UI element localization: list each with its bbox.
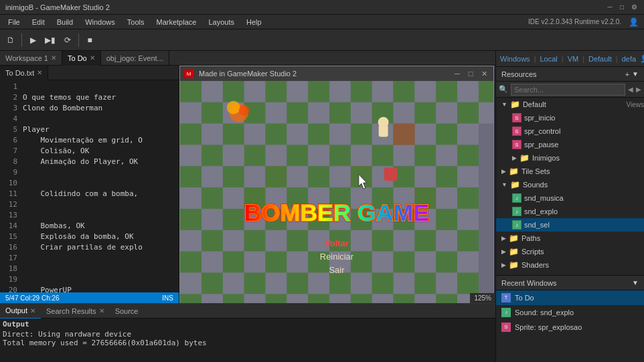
editor-content: 12345 678910 1112131415 1617181920 O que… — [0, 80, 179, 292]
svg-rect-49 — [266, 145, 287, 167]
menu-tools[interactable]: Tools — [122, 17, 150, 27]
recent-item-spr-explosao[interactable]: S Sprite: spr_explosao — [496, 320, 644, 335]
clean-button[interactable]: ⟳ — [60, 32, 76, 48]
search-nav-back[interactable]: ◀ — [628, 86, 633, 93]
vm-link[interactable]: VM — [568, 55, 579, 63]
workspace-tab-todo[interactable]: To Do ✕ — [62, 51, 101, 66]
code-editor: To Do.txt ✕ 12345 678910 1112131415 1617… — [0, 66, 179, 303]
svg-rect-77 — [308, 166, 329, 187]
right-panel: Windows | Local | VM | Default | defa 👤 … — [495, 51, 644, 362]
workspace-tab-1[interactable]: Workspace 1 ✕ — [0, 51, 62, 66]
svg-point-203 — [378, 117, 389, 128]
svg-rect-30 — [479, 102, 493, 124]
svg-rect-33 — [223, 124, 244, 145]
default-link[interactable]: Default — [588, 55, 612, 63]
recent-item-snd-explo[interactable]: ♪ Sound: snd_explo — [496, 305, 644, 320]
output-line-1: Direct: Using nardware device — [3, 330, 493, 339]
tab-search-results[interactable]: Search Results ✕ — [41, 304, 110, 319]
new-button[interactable]: 🗋 — [3, 32, 19, 48]
minimize-icon[interactable]: ─ — [605, 3, 615, 12]
tab-source[interactable]: Source — [110, 304, 144, 319]
svg-rect-72 — [202, 166, 223, 187]
tree-folder-tilesets[interactable]: ▶ 📁 Tile Sets — [496, 165, 644, 178]
svg-rect-112 — [457, 209, 479, 230]
editor-tab-todo[interactable]: To Do.txt ✕ — [0, 66, 48, 80]
local-link[interactable]: Local — [540, 55, 557, 63]
svg-rect-26 — [394, 102, 415, 124]
collapse-icon[interactable]: ▼ — [632, 70, 639, 78]
svg-rect-140 — [457, 252, 479, 273]
output-tab-close[interactable]: ✕ — [30, 307, 35, 314]
tree-item-snd-musica[interactable]: ♪ snd_musica — [496, 191, 644, 205]
settings-icon[interactable]: ⚙ — [629, 3, 639, 12]
tree-item-snd-explo[interactable]: ♪ snd_explo — [496, 205, 644, 218]
svg-rect-6 — [287, 81, 308, 102]
menu-help[interactable]: Help — [241, 17, 267, 27]
tree-folder-paths[interactable]: ▶ 📁 Paths — [496, 232, 644, 245]
svg-rect-46 — [202, 145, 223, 167]
svg-rect-166 — [414, 294, 436, 303]
recent-item-todo[interactable]: T To Do — [496, 290, 644, 305]
menu-file[interactable]: File — [3, 17, 25, 27]
recent-collapse-icon[interactable]: ▼ — [632, 279, 639, 286]
resources-header: Resources + ▼ — [496, 67, 644, 82]
workspace-tab-todo-close[interactable]: ✕ — [90, 54, 95, 62]
svg-rect-124 — [414, 230, 436, 252]
svg-rect-4 — [244, 81, 266, 102]
left-panel: Workspace 1 ✕ To Do ✕ obj_jogo: Event... — [0, 51, 495, 362]
menu-layouts[interactable]: Layouts — [203, 17, 240, 27]
tab-output[interactable]: Output ✕ — [0, 304, 41, 319]
game-canvas: BOMBER GAME BOMBER GAME BOMBER GAME — [180, 81, 493, 303]
tree-folder-sounds[interactable]: ▼ 📁 Sounds — [496, 178, 644, 191]
menu-build[interactable]: Build — [52, 17, 78, 27]
menu-marketplace[interactable]: Marketplace — [151, 17, 202, 27]
tree-folder-scripts[interactable]: ▶ 📁 Scripts — [496, 245, 644, 258]
stop-button[interactable]: ■ — [82, 32, 98, 48]
search-nav-fwd[interactable]: ▶ — [636, 86, 641, 93]
tree-folder-default[interactable]: ▼ 📁 Default Views — [496, 98, 644, 111]
menu-windows[interactable]: Windows — [80, 17, 120, 27]
svg-rect-37 — [308, 124, 329, 145]
svg-rect-50 — [287, 145, 308, 167]
game-window: M Made in GameMaker Studio 2 ─ □ ✕ — [179, 66, 494, 303]
workspace-tab-obj[interactable]: obj_jogo: Event... — [101, 51, 169, 66]
menu-edit[interactable]: Edit — [27, 17, 50, 27]
svg-rect-28 — [436, 102, 457, 124]
defa-link[interactable]: defa — [622, 55, 636, 63]
tree-item-snd-sel[interactable]: ♪ snd_sel — [496, 218, 644, 232]
tree-item-spr-control[interactable]: S spr_control — [496, 124, 644, 138]
svg-rect-17 — [202, 102, 223, 124]
maximize-icon[interactable]: □ — [617, 3, 627, 12]
game-window-titlebar: M Made in GameMaker Studio 2 ─ □ ✕ — [180, 66, 493, 81]
game-restore-icon[interactable]: □ — [465, 68, 476, 79]
plus-icon[interactable]: + — [625, 70, 629, 78]
toolbar: 🗋 ▶ ▶▮ ⟳ ■ — [0, 29, 644, 51]
svg-rect-9 — [351, 81, 372, 102]
editor-tab-close[interactable]: ✕ — [37, 69, 42, 76]
svg-rect-5 — [266, 81, 287, 102]
svg-rect-83 — [436, 166, 457, 187]
svg-rect-38 — [329, 124, 351, 145]
profile-icon[interactable]: 👤 — [640, 54, 644, 63]
game-minimize-icon[interactable]: ─ — [452, 68, 463, 79]
search-input[interactable] — [511, 84, 625, 96]
svg-rect-35 — [266, 124, 287, 145]
svg-rect-84 — [457, 166, 479, 187]
windows-link[interactable]: Windows — [500, 55, 530, 63]
tree-item-spr-inicio[interactable]: S spr_inicio — [496, 111, 644, 124]
workspace-tab-1-close[interactable]: ✕ — [51, 54, 56, 62]
game-close-icon[interactable]: ✕ — [479, 68, 489, 79]
svg-rect-82 — [414, 166, 436, 187]
code-content[interactable]: O que temos que fazer Clone do Bomberman… — [20, 80, 179, 292]
debug-button[interactable]: ▶▮ — [42, 32, 58, 48]
tree-folder-inimigos[interactable]: ▶ 📁 Inimigos — [496, 151, 644, 165]
svg-rect-101 — [223, 209, 244, 230]
svg-rect-53 — [351, 145, 372, 167]
svg-text:Sair: Sair — [329, 265, 345, 275]
account-icon[interactable]: 👤 — [625, 14, 641, 30]
search-results-tab-close[interactable]: ✕ — [99, 307, 104, 314]
tree-folder-shaders[interactable]: ▶ 📁 Shaders — [496, 258, 644, 272]
svg-rect-24 — [351, 102, 372, 124]
tree-item-spr-pause[interactable]: S spr_pause — [496, 138, 644, 151]
run-button[interactable]: ▶ — [25, 32, 41, 48]
